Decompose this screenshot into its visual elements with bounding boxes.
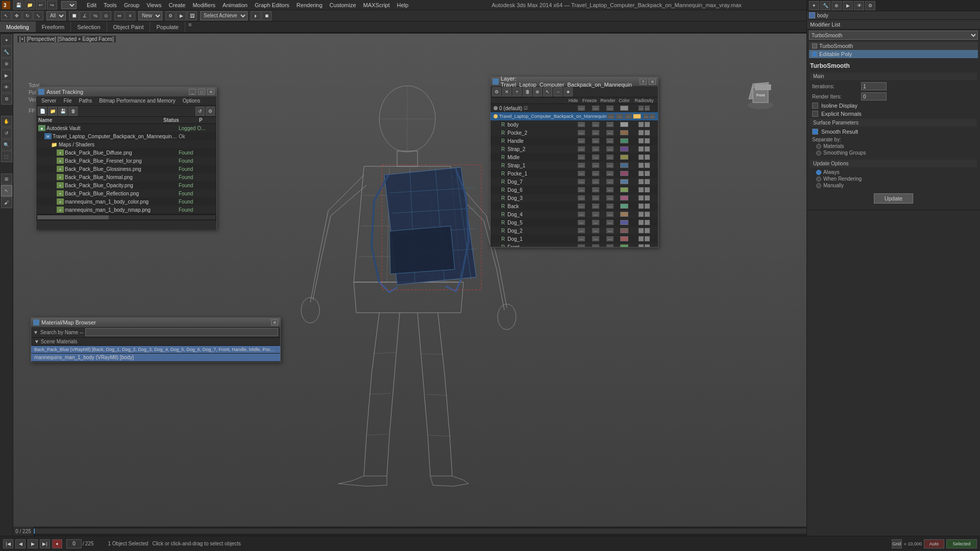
sidebar-hierarchy[interactable]: ⊕ (1, 58, 12, 69)
modifier-editable-poly[interactable]: Editable Poly (809, 50, 978, 58)
tab-modeling[interactable]: Modeling (0, 21, 36, 32)
asset-row-maps[interactable]: 📁 Maps / Shaders (36, 140, 216, 148)
active-shade[interactable]: 🖼 (187, 11, 197, 20)
auto-key-btn[interactable]: Auto (924, 539, 944, 548)
explicit-normals-checkbox[interactable] (812, 111, 818, 117)
layer-default-hide[interactable]: — (574, 106, 589, 111)
sidebar-paint[interactable]: 🖌 (1, 197, 12, 208)
object-color[interactable] (809, 12, 815, 18)
menu-rendering[interactable]: Rendering (293, 2, 326, 8)
layer-default-freeze[interactable]: — (589, 106, 603, 111)
create-panel-icon[interactable]: ✦ (809, 1, 819, 10)
mat-item-backpack[interactable]: Back_Pack_Blue (VRayMtl) [Back, Dog_1, D… (31, 346, 280, 354)
current-frame-input[interactable] (66, 539, 82, 548)
surface-section[interactable]: Surface Parameters (810, 119, 977, 127)
asset-row-maxfile[interactable]: M Travel_Laptop_Computer_Backpack_on_Man… (36, 132, 216, 140)
asset-col-status[interactable]: Status (163, 117, 199, 123)
layer-row-front[interactable]: R Front — — — □ □ (491, 243, 658, 247)
sidebar-zoom[interactable]: 🔍 (1, 139, 12, 151)
asset-row-diffuse[interactable]: ▪ Back_Pack_Blue_Diffuse.png Found (36, 148, 216, 157)
asset-path-input[interactable] (36, 220, 216, 230)
tab-object-paint[interactable]: Object Paint (107, 21, 151, 32)
layer-row-travel[interactable]: Travel_Laptop_Computer_Backpack_on_Manne… (491, 112, 658, 120)
menu-create[interactable]: Create (165, 2, 188, 8)
scale-tool[interactable]: ⤡ (33, 11, 43, 20)
asset-open-btn[interactable]: 📁 (48, 107, 57, 116)
menu-views[interactable]: Views (143, 2, 164, 8)
sidebar-fov[interactable]: ⬚ (1, 151, 12, 162)
layers-move-to-btn[interactable]: → (553, 87, 562, 96)
layer-row-dog_5[interactable]: R Dog_5 — — — □ □ (491, 218, 658, 227)
utility-icon[interactable]: ⚙ (865, 1, 875, 10)
layers-settings-btn[interactable]: ⚙ (492, 87, 501, 96)
asset-col-name[interactable]: Name (38, 117, 163, 123)
menu-modifiers[interactable]: Modifiers (189, 2, 218, 8)
undo-btn[interactable]: ↩ (36, 1, 46, 10)
asset-row-body-nmap[interactable]: ▪ mannequins_man_1_body_nmap.png Found (36, 206, 216, 214)
motion-icon[interactable]: ▶ (843, 1, 853, 10)
status-next-btn[interactable]: ▶| (40, 539, 50, 548)
menu-group[interactable]: Group (121, 2, 143, 8)
status-play-main-btn[interactable]: ▶ (28, 539, 38, 548)
layers-highlight-btn[interactable]: ★ (564, 87, 573, 96)
asset-refresh-btn[interactable]: ↺ (195, 107, 205, 116)
sidebar-select[interactable]: ↖ (1, 185, 12, 196)
layer-row-strap_1[interactable]: R Strap_1 — — — □ □ (491, 161, 658, 169)
hierarchy-icon[interactable]: ⊕ (831, 1, 842, 10)
sidebar-motion[interactable]: ▶ (1, 70, 12, 81)
asset-row-fresnel[interactable]: ▪ Back_Pack_Blue_Fresnel_Ior.png Found (36, 157, 216, 165)
asset-minimize-btn[interactable]: _ (189, 89, 196, 95)
asset-menu-bitmap[interactable]: Bitmap Performance and Memory (96, 98, 179, 104)
timeline-track[interactable] (34, 529, 806, 534)
mirror-tool[interactable]: ⇔ (114, 11, 125, 20)
tab-freeform[interactable]: Freeform (36, 21, 71, 32)
viewport-select[interactable]: New (138, 11, 162, 20)
menu-animation[interactable]: Animation (219, 2, 251, 8)
asset-scrollbar[interactable] (36, 214, 216, 220)
layer-row-dog_2[interactable]: R Dog_2 — — — □ □ (491, 227, 658, 235)
modifier-turbosmooth[interactable]: TurboSmooth (809, 42, 978, 50)
menu-tools[interactable]: Tools (101, 2, 120, 8)
layer-row-handle[interactable]: R Handle — — — □ □ (491, 137, 658, 145)
layers-help-btn[interactable]: ? (640, 79, 647, 85)
align-tool[interactable]: ≡ (125, 11, 135, 20)
mat-close-btn[interactable]: ✕ (271, 319, 278, 325)
layer-row-dog_7[interactable]: R Dog_7 — — — □ □ (491, 178, 658, 186)
asset-restore-btn[interactable]: □ (198, 89, 205, 95)
workspace-selector[interactable]: Workspace: Default (61, 1, 77, 9)
select-tool[interactable]: ↖ (1, 11, 11, 20)
isoline-checkbox[interactable] (812, 103, 818, 109)
sidebar-utilities[interactable]: ⚙ (1, 93, 12, 105)
modifier-dropdown[interactable]: TurboSmooth (809, 31, 978, 40)
stop-btn[interactable]: ⏹ (261, 11, 272, 20)
modify-panel-icon[interactable]: 🔧 (820, 1, 830, 10)
smoothing-groups-radio[interactable]: Smoothing Groups (816, 150, 975, 156)
layer-row-body[interactable]: R body — — — □□ (491, 120, 658, 129)
rotate-tool[interactable]: ↻ (22, 11, 33, 20)
percent-snap[interactable]: % (90, 11, 101, 20)
layers-select-btn[interactable]: ↖ (543, 87, 552, 96)
quick-open-btn[interactable]: 📁 (24, 1, 35, 10)
layers-delete-btn[interactable]: 🗑 (523, 87, 532, 96)
tab-populate[interactable]: Populate (150, 21, 185, 32)
turbosmooth-checkbox[interactable] (812, 43, 817, 48)
sidebar-display[interactable]: 👁 (1, 82, 12, 93)
sidebar-orbit[interactable]: ↺ (1, 128, 12, 139)
layer-row-dog_4[interactable]: R Dog_4 — — — □ □ (491, 210, 658, 218)
tab-selection[interactable]: Selection (71, 21, 107, 32)
menu-customize[interactable]: Customize (327, 2, 359, 8)
coord-system[interactable]: Select Achieve (200, 11, 248, 20)
layer-row-default[interactable]: 0 (default) ☑ — — — — — (491, 104, 658, 112)
asset-row-opacity[interactable]: ▪ Back_Pack_Blue_Opacity.png Found (36, 181, 216, 189)
when-rendering-radio[interactable]: When Rendering (816, 176, 975, 182)
asset-col-path[interactable]: P (199, 117, 214, 123)
iterations-input[interactable] (861, 82, 887, 90)
smooth-result-checkbox[interactable] (812, 129, 818, 135)
asset-row-glossiness[interactable]: ▪ Back_Pack_Blue_Glossiness.png Found (36, 165, 216, 173)
update-options-section[interactable]: Update Options (810, 160, 977, 167)
play-btn[interactable]: ⏵ (251, 11, 261, 20)
mat-search-input[interactable] (85, 328, 278, 336)
quick-save-btn[interactable]: 💾 (13, 1, 23, 10)
asset-settings-btn[interactable]: ⚙ (206, 107, 215, 116)
layers-close-tool-btn[interactable]: ✕ (502, 87, 511, 96)
